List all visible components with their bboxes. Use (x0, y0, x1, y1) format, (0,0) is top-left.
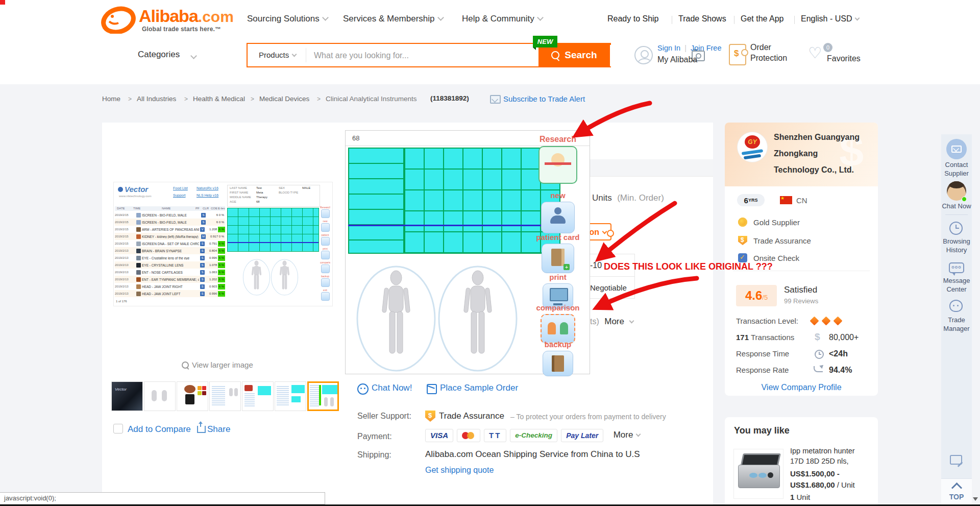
software-table-row[interactable]: 2019/2/15ISCREEN - BIO-FIELD, MALES60 % (115, 219, 225, 226)
link-trade-shows[interactable]: Trade Shows (678, 14, 726, 23)
link-ready-to-ship[interactable]: Ready to Ship (607, 14, 659, 23)
order-protection-icon[interactable] (729, 44, 746, 65)
more-tiers-row[interactable]: ts) More (590, 317, 633, 327)
software-mini-button-patient-card[interactable]: patient card (320, 233, 330, 246)
thumbnail-1[interactable]: Vector (111, 381, 143, 411)
scrollbar-down-arrow[interactable] (973, 497, 978, 501)
trade-assurance-link[interactable]: Trade Assurance (439, 411, 504, 421)
share-icon[interactable] (197, 426, 206, 433)
trade-assurance-label[interactable]: Trade Assurance (753, 236, 811, 245)
breadcrumb-all-industries[interactable]: All Industries (137, 95, 176, 103)
message-center-label[interactable]: Message (941, 277, 972, 284)
software-table-row[interactable]: 2019/2/13ENT - EAR TYMPANIC MEMBRANE; on… (115, 276, 225, 283)
contact-supplier-label[interactable]: Supplier (941, 170, 972, 177)
software-table-row[interactable]: 2019/2/15ARM - ARTERIES OF PANCREAS AND … (115, 226, 225, 233)
breadcrumb-health-medical[interactable]: Health & Medical (193, 95, 245, 103)
transaction-level-label: Transaction Level: (736, 317, 798, 325)
trade-manager-label[interactable]: Manager (941, 325, 972, 332)
software-button-comparison[interactable]: comparison (534, 303, 581, 344)
software-mini-button-print[interactable]: print (320, 247, 330, 259)
user-avatar-icon[interactable] (634, 46, 653, 64)
nav-sourcing-solutions[interactable]: Sourcing Solutions (247, 14, 328, 24)
favorites-heart-icon[interactable]: ♡ (808, 44, 822, 62)
contact-supplier-icon[interactable] (946, 139, 967, 159)
breadcrumb-separator (246, 95, 259, 103)
china-flag-icon (780, 196, 792, 204)
gold-supplier-label[interactable]: Gold Supplier (753, 218, 800, 227)
link-get-the-app[interactable]: Get the App (741, 14, 784, 23)
feedback-icon[interactable] (950, 455, 962, 465)
rating-box[interactable]: 4.6/5 (736, 285, 777, 306)
browsing-history-icon[interactable] (949, 222, 963, 235)
browsing-history-label[interactable]: Browsing (941, 237, 972, 245)
subscribe-trade-alert-link[interactable]: Subscribe to Trade Alert (503, 94, 585, 103)
software-mini-button-new[interactable]: new (320, 220, 330, 232)
place-sample-order-button[interactable]: Place Sample Order (440, 383, 518, 393)
contact-supplier-label[interactable]: Contact (941, 161, 972, 168)
software-mini-button-exit[interactable]: exit (320, 288, 330, 301)
software-table-row[interactable]: 2019/2/13ENT - NOSE CARTILAGESS1.0636 % (115, 269, 225, 276)
view-company-profile-link[interactable]: View Company Profile (725, 383, 878, 392)
software-mini-button-comparison[interactable]: comparison (320, 261, 330, 273)
software-table-row[interactable]: 2019/2/13HEAD - JAW JOINT RIGHTS0.9036 % (115, 283, 225, 290)
back-to-top-button[interactable]: TOP (941, 478, 972, 505)
related-product-image[interactable] (733, 449, 783, 499)
reviews-count[interactable]: 99 Reviews (784, 297, 818, 305)
supplier-name[interactable]: Zhongkang (774, 149, 818, 158)
search-scope-dropdown[interactable]: Products (248, 44, 305, 66)
logo-text[interactable]: Alibaba.com (139, 6, 234, 26)
thumbnail-7-selected[interactable] (307, 381, 339, 411)
order-protection-link[interactable]: OrderProtection (750, 43, 787, 63)
software-table-row[interactable]: 2019/2/15ISCREEN - BIO-FIELD, MALES60 % (115, 211, 225, 219)
browsing-history-label[interactable]: History (941, 246, 972, 254)
language-currency-selector[interactable]: English - USD (801, 14, 859, 23)
sign-in-link[interactable]: Sign In (657, 44, 680, 52)
thumbnail-2[interactable] (144, 381, 176, 411)
software-table-row[interactable]: 2019/2/15KIDNEY - kidney (left) (MoRa th… (115, 233, 225, 240)
thumbnail-6[interactable] (275, 381, 306, 411)
nav-services-membership[interactable]: Services & Membership (343, 14, 443, 24)
search-input[interactable] (313, 45, 688, 66)
nav-help-community[interactable]: Help & Community (462, 14, 543, 24)
chat-now-button[interactable]: Chat Now! (372, 383, 412, 393)
software-table-row[interactable]: 2019/2/13EYE - Crystalline lens of the e… (115, 254, 225, 261)
thumbnail-5[interactable] (242, 381, 274, 411)
software-table-row[interactable]: 2019/2/13HEAD - JAW JOINT LEFTS0.9966 % (115, 290, 225, 297)
supplier-name[interactable]: Technology Co., Ltd. (774, 165, 854, 175)
related-product-moq: 1 Unit (790, 493, 810, 501)
software-button-backup[interactable]: backup (534, 340, 581, 376)
share-label[interactable]: Share (207, 424, 230, 435)
software-button-new[interactable]: new (534, 191, 581, 233)
related-product-name[interactable]: 17D 18D 25D nls, (790, 457, 848, 465)
breadcrumb-home[interactable]: Home (102, 95, 120, 103)
favorites-link[interactable]: Favorites (827, 54, 861, 63)
payment-more-link[interactable]: More (614, 430, 633, 440)
chat-now-label[interactable]: Chat Now (941, 202, 972, 210)
add-to-compare-label[interactable]: Add to Compare (128, 424, 191, 435)
get-shipping-quote-link[interactable]: Get shipping quote (425, 466, 494, 475)
software-mini-button-Research[interactable]: Research (320, 206, 330, 218)
message-center-label[interactable]: Center (941, 285, 972, 293)
software-table-row[interactable]: 2019/2/15ISCREEN DNA - SET OF MALE CHROM… (115, 240, 225, 247)
logo-tagline: Global trade starts here.™ (142, 26, 221, 33)
supplier-logo[interactable]: GY (737, 132, 768, 162)
trade-manager-icon[interactable] (949, 300, 963, 312)
related-product-name[interactable]: Ipp metatron hunter (790, 447, 855, 455)
software-button-research[interactable]: Research (534, 135, 581, 184)
enlarged-product-image[interactable]: 68 Research new patient card print compa… (345, 130, 590, 374)
software-button-patient-card[interactable]: patient card (534, 233, 581, 273)
software-table-row[interactable]: 2019/2/13BRAIN - BRAIN SYNAPSES0.8046 % (115, 247, 225, 254)
add-to-compare-checkbox[interactable] (113, 424, 123, 433)
breadcrumb-medical-devices[interactable]: Medical Devices (259, 95, 309, 103)
software-table-row[interactable]: 2019/2/13EYE - CRYSTALLINE LENSS1.0786 % (115, 261, 225, 269)
thumbnail-3[interactable] (177, 381, 208, 411)
message-center-icon[interactable]: ooo (949, 262, 964, 273)
thumbnail-4[interactable] (209, 381, 241, 411)
product-image-software-screenshot[interactable]: Vector www.nlstechnology.com Food List N… (113, 182, 333, 306)
measurement-grid-left (348, 148, 404, 254)
my-alibaba-link[interactable]: My Alibaba (657, 55, 697, 64)
join-free-link[interactable]: Join Free (691, 44, 721, 52)
supplier-name[interactable]: Shenzhen Guangyang (774, 133, 860, 142)
software-mini-button-backup[interactable]: backup (320, 275, 330, 287)
trade-manager-label[interactable]: Trade (941, 316, 972, 324)
